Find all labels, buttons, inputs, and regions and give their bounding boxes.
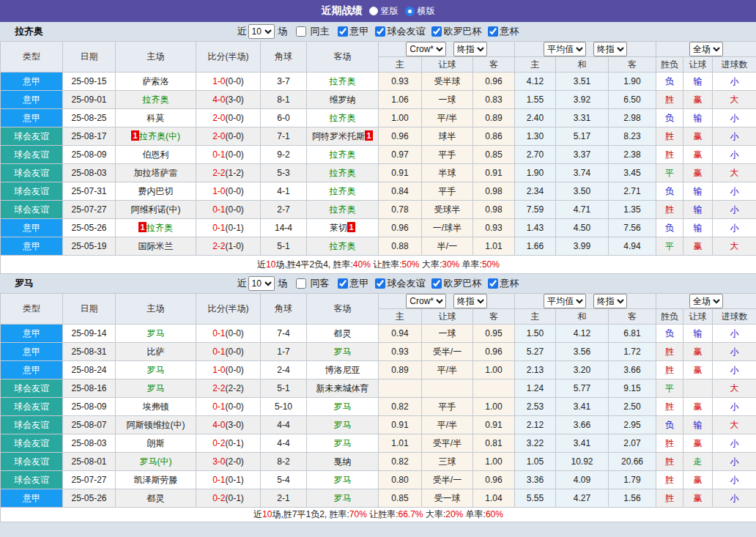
score-fulltime: 2-2 — [212, 383, 225, 393]
radio-checked-icon[interactable] — [405, 7, 415, 16]
handicap-line: 平/半 — [422, 416, 473, 434]
lazio-table: 类型 日期 主场 比分(半场) 角球 客场 Crow* 终指 平均值 终指 全场 — [0, 41, 756, 274]
bookmaker-select[interactable]: Crow* — [406, 294, 446, 308]
euro-away-odds: 3.45 — [609, 164, 656, 182]
league-coppa-checkbox[interactable] — [488, 26, 498, 37]
away-team: 博洛尼亚 — [307, 361, 379, 379]
league-serie-a-checkbox[interactable] — [338, 26, 348, 37]
euro-away-odds: 2.71 — [609, 182, 656, 201]
handicap-away-odds: 0.96 — [473, 343, 515, 361]
away-team: 维罗纳 — [307, 91, 379, 109]
euro-average-select[interactable]: 平均值 — [544, 42, 586, 56]
euro-away-odds: 9.15 — [609, 379, 656, 398]
summary-segment: 场,胜4平2负4, 胜率: — [275, 259, 352, 270]
match-type-badge: 意甲 — [1, 361, 63, 379]
score-halftime: (1-0) — [226, 241, 244, 251]
match-type-badge: 球会友谊 — [1, 127, 63, 146]
result-winloss: 负 — [656, 182, 683, 201]
match-type-badge: 球会友谊 — [1, 453, 63, 471]
handicap-home-odds: 0.78 — [379, 201, 422, 219]
roma-summary-row: 近10场,胜7平1负2, 胜率:70% 让胜率:66.7% 大率:20% 单率:… — [1, 508, 756, 522]
match-type-badge: 球会友谊 — [1, 182, 63, 201]
roma-table: 类型 日期 主场 比分(半场) 角球 客场 Crow* 终指 平均值 终指 全场 — [0, 293, 756, 522]
score-halftime: (1-2) — [226, 168, 244, 178]
result-winloss: 平 — [656, 379, 683, 398]
games-count-select[interactable]: 10 — [248, 24, 275, 39]
match-score: 0-2(0-1) — [196, 489, 261, 508]
team-label: 埃弗顿 — [143, 401, 169, 412]
bookmaker-select[interactable]: Crow* — [406, 42, 446, 56]
league-europa-checkbox[interactable] — [431, 278, 442, 289]
euro-average-select[interactable]: 平均值 — [544, 294, 586, 308]
away-team: 罗马 — [307, 398, 379, 416]
handicap-line: 受半/一 — [422, 471, 473, 489]
col-goals: 进球数 — [713, 57, 756, 73]
handicap-away-odds: 0.98 — [473, 182, 515, 201]
score-halftime: (3-0) — [226, 95, 244, 105]
team-label: 罗马 — [334, 493, 352, 503]
handicap-line: 受一球 — [422, 489, 473, 508]
match-date: 25-08-31 — [63, 343, 116, 361]
result-winloss: 胜 — [656, 361, 683, 379]
col-euro-draw: 和 — [556, 57, 609, 73]
euro-away-odds: 1.90 — [609, 73, 656, 91]
team-label: 维罗纳 — [330, 95, 356, 105]
handicap-line: 平/半 — [422, 109, 473, 127]
layout-vertical-option[interactable]: 竖版 — [369, 5, 399, 18]
league-serie-a-checkbox[interactable] — [338, 278, 348, 289]
same-away-checkbox[interactable] — [296, 278, 306, 289]
result-goals: 小 — [713, 343, 756, 361]
layout-horizontal-option[interactable]: 横版 — [405, 5, 435, 18]
euro-draw-odds: 3.51 — [556, 73, 609, 91]
league-coppa-checkbox[interactable] — [488, 278, 498, 289]
euro-away-odds: 6.50 — [609, 91, 656, 109]
handicap-time-select[interactable]: 终指 — [453, 294, 487, 308]
euro-draw-odds: 4.71 — [556, 201, 609, 219]
team-label: 国际米兰 — [138, 241, 174, 251]
corner-score: 2-4 — [261, 361, 307, 379]
handicap-line: 受半球 — [422, 73, 473, 91]
corner-score: 2-1 — [261, 489, 307, 508]
score-fulltime: 0-1 — [212, 475, 225, 485]
handicap-away-odds: 0.85 — [473, 146, 515, 164]
match-type-badge: 球会友谊 — [1, 164, 63, 182]
league-friendly-checkbox[interactable] — [375, 26, 385, 37]
summary-segment: 70% — [349, 509, 367, 519]
home-team: 科莫 — [116, 109, 196, 127]
handicap-away-odds: 1.00 — [473, 453, 515, 471]
fulltime-select[interactable]: 全场 — [689, 42, 723, 56]
match-type-badge: 意甲 — [1, 91, 63, 109]
handicap-line: 一/球半 — [422, 219, 473, 237]
result-handicap: 输 — [683, 109, 713, 127]
col-handicap-result: 让球 — [683, 57, 713, 73]
euro-home-odds: 4.12 — [515, 73, 556, 91]
corner-score: 4-1 — [261, 182, 307, 201]
handicap-time-select[interactable]: 终指 — [453, 42, 487, 56]
match-score: 0-1(0-0) — [196, 201, 261, 219]
euro-draw-odds: 3.66 — [556, 416, 609, 434]
summary-segment: 60% — [486, 509, 503, 519]
euro-time-select[interactable]: 终指 — [593, 294, 627, 308]
league-europa-checkbox[interactable] — [431, 26, 442, 37]
fulltime-select[interactable]: 全场 — [689, 294, 723, 308]
col-euro-away: 客 — [609, 57, 656, 73]
lazio-section: 拉齐奥 近 10 场 同主 意甲 球会友谊 欧罗巴杯 意杯 类型 日期 — [0, 22, 756, 274]
handicap-home-odds: 0.85 — [379, 489, 422, 508]
score-halftime: (0-0) — [226, 131, 244, 141]
summary-segment: 大率: — [423, 509, 446, 519]
result-winloss: 胜 — [656, 91, 683, 109]
match-type-badge: 球会友谊 — [1, 398, 63, 416]
radio-unchecked-icon[interactable] — [369, 7, 378, 15]
home-team: 朗斯 — [116, 434, 196, 453]
match-date: 25-08-24 — [63, 361, 116, 379]
col-type: 类型 — [1, 294, 63, 325]
match-score: 0-1(0-0) — [196, 343, 261, 361]
euro-away-odds: 2.50 — [609, 398, 656, 416]
score-fulltime: 0-1 — [212, 328, 225, 338]
same-home-checkbox[interactable] — [296, 26, 306, 37]
league-friendly-checkbox[interactable] — [375, 278, 385, 289]
games-count-select[interactable]: 10 — [248, 276, 275, 291]
handicap-away-odds: 0.86 — [473, 127, 515, 146]
result-goals: 小 — [713, 453, 756, 471]
euro-time-select[interactable]: 终指 — [593, 42, 627, 56]
